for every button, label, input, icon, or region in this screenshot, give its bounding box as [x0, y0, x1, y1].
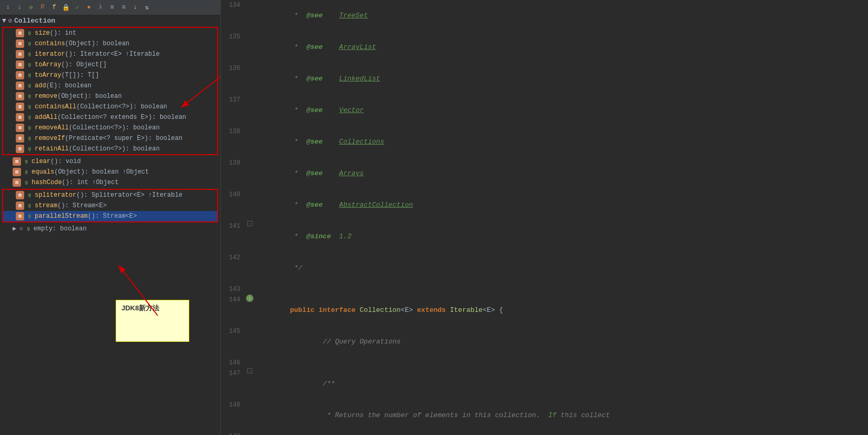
circle-icon[interactable]: ●	[84, 3, 94, 12]
line-content-136: * @see LinkedList	[255, 63, 868, 95]
tree-item-containsall[interactable]: m g containsAll(Collection<?>): boolean	[3, 102, 217, 112]
item-label: retainAll(Collection<?>): boolean	[35, 145, 160, 153]
toolbar: ↕ ↓ ⊕ P f 🔒 ✓ ● λ ≡ ≡ ↓ ⇅	[0, 0, 220, 15]
item-label: removeAll(Collection<?>): boolean	[35, 124, 160, 131]
item-label: stream(): Stream<E>	[35, 202, 107, 209]
item-label: containsAll(Collection<?>): boolean	[35, 103, 167, 110]
method-icon: m	[13, 157, 21, 166]
item-label: hashCode(): int ↑Object	[32, 179, 119, 186]
access-icon: g	[26, 114, 33, 120]
code-line-141: 141 - * @since 1.2	[221, 221, 868, 252]
method-icon: m	[16, 124, 24, 132]
tree-item-clear[interactable]: m g clear(): void	[0, 156, 220, 167]
basic-methods-box: m g size(): int m g contains(Object): bo…	[2, 27, 218, 155]
tree-item-toarray-t[interactable]: m g toArray(T[]): T[]	[3, 70, 217, 80]
expand-icon[interactable]: ⊕	[26, 3, 36, 12]
code-line-144: 144 ↓ public interface Collection<E> ext…	[221, 295, 868, 326]
code-line-136: 136 * @see LinkedList	[221, 63, 868, 95]
item-label: iterator(): Iterator<E> ↑Iterable	[35, 50, 160, 58]
item-label: empty: boolean	[34, 225, 87, 232]
code-line-138: 138 * @see Collections	[221, 126, 868, 158]
tree-root[interactable]: ▼ ⊙ Collection	[0, 16, 220, 26]
root-label: Collection	[14, 17, 55, 25]
line-num-135: 135	[221, 32, 244, 42]
root-icon: ⊙	[8, 17, 12, 25]
tree-item-iterator[interactable]: m g iterator(): Iterator<E> ↑Iterable	[3, 49, 217, 59]
code-line-137: 137 * @see Vector	[221, 95, 868, 126]
line-content-137: * @see Vector	[255, 95, 868, 126]
line-content-145: // Query Operations	[255, 326, 868, 358]
tree-item-remove[interactable]: m g remove(Object): boolean	[3, 91, 217, 102]
method-icon: m	[13, 168, 21, 176]
line-num-148: 148	[221, 400, 244, 410]
lambda-icon[interactable]: λ	[96, 3, 105, 12]
tree-expand-icon[interactable]: ▼	[2, 17, 6, 25]
method-icon: m	[16, 113, 24, 122]
expand-arrow: ▶	[13, 225, 16, 232]
line-num-134: 134	[221, 0, 244, 11]
download-icon[interactable]: ↓	[130, 3, 140, 12]
item-label: clear(): void	[32, 158, 81, 165]
f-icon[interactable]: f	[49, 3, 59, 12]
line-content-144: public interface Collection<E> extends I…	[255, 295, 868, 326]
menu1-icon[interactable]: ≡	[107, 3, 117, 12]
p-icon[interactable]: P	[38, 3, 47, 12]
item-label: equals(Object): boolean ↑Object	[32, 168, 149, 176]
line-num-137: 137	[221, 95, 244, 105]
lock-icon[interactable]: 🔒	[61, 3, 70, 12]
line-content-134: * @see TreeSet	[255, 0, 868, 32]
item-label: add(E): boolean	[35, 82, 91, 89]
tree-item-equals[interactable]: m g equals(Object): boolean ↑Object	[0, 167, 220, 177]
method-icon: m	[16, 212, 24, 220]
jdk8-methods-label: JDK8新方法	[121, 304, 159, 312]
fold-icon-147[interactable]: -	[247, 368, 252, 373]
tree-item-add[interactable]: m g add(E): boolean	[3, 80, 217, 91]
access-icon: g	[26, 72, 33, 78]
access-icon: g	[26, 146, 33, 152]
access-icon: g	[26, 83, 33, 89]
tree-item-size[interactable]: m g size(): int	[3, 28, 217, 38]
item-label: remove(Object): boolean	[35, 93, 122, 100]
fold-icon-141[interactable]: -	[247, 221, 252, 226]
line-num-143: 143	[221, 284, 244, 295]
line-num-145: 145	[221, 326, 244, 337]
tree-item-stream[interactable]: m g stream(): Stream<E>	[3, 200, 217, 211]
menu2-icon[interactable]: ≡	[119, 3, 128, 12]
tree-item-removeall[interactable]: m g removeAll(Collection<?>): boolean	[3, 123, 217, 133]
tree-area: ▼ ⊙ Collection m g size(): int m g conta…	[0, 15, 220, 435]
code-line-149: 149 * contains more than <tt>Integer.MAX…	[221, 431, 868, 435]
sort-alpha-icon[interactable]: ↓	[15, 3, 24, 12]
access-icon: g	[26, 30, 33, 36]
access-icon: g	[26, 213, 33, 219]
item-label: removeIf(Predicate<? super E>): boolean	[35, 135, 182, 142]
tree-item-spliterator[interactable]: m g spliterator(): Spliterator<E> ↑Itera…	[3, 190, 217, 200]
method-icon: m	[16, 201, 24, 210]
tree-item-retainall[interactable]: m g retainAll(Collection<?>): boolean	[3, 144, 217, 154]
sort-icon[interactable]: ↕	[3, 3, 13, 12]
line-content-141: * @since 1.2	[255, 221, 868, 252]
access-icon: g	[26, 203, 33, 209]
jdk8-methods-box: m g spliterator(): Spliterator<E> ↑Itera…	[2, 189, 218, 222]
code-line-147: 147 - /**	[221, 368, 868, 400]
tree-item-removeif[interactable]: m g removeIf(Predicate<? super E>): bool…	[3, 133, 217, 144]
tree-item-empty[interactable]: ▶ ⊙ g empty: boolean	[0, 224, 220, 234]
method-icon: m	[16, 134, 24, 143]
check-icon[interactable]: ✓	[73, 3, 82, 12]
tree-item-addall[interactable]: m g addAll(Collection<? extends E>): boo…	[3, 112, 217, 123]
line-num-139: 139	[221, 158, 244, 168]
tree-item-contains[interactable]: m g contains(Object): boolean	[3, 38, 217, 49]
access-icon: g	[23, 179, 29, 186]
updown-icon[interactable]: ⇅	[142, 3, 151, 12]
code-area[interactable]: 134 * @see TreeSet 135 * @see ArrayList …	[221, 0, 868, 435]
tree-item-toarray[interactable]: m g toArray(): Object[]	[3, 59, 217, 70]
method-icon: m	[16, 191, 24, 199]
right-panel: 134 * @see TreeSet 135 * @see ArrayList …	[221, 0, 868, 435]
item-label: addAll(Collection<? extends E>): boolean	[35, 114, 186, 121]
code-line-148: 148 * Returns the number of elements in …	[221, 400, 868, 431]
access-icon: g	[26, 51, 33, 57]
gutter-144: ↓	[244, 295, 255, 302]
tree-item-hashcode[interactable]: m g hashCode(): int ↑Object	[0, 177, 220, 188]
line-num-144: 144	[221, 295, 244, 305]
method-icon: m	[16, 71, 24, 79]
tree-item-parallelstream[interactable]: m g parallelStream(): Stream<E>	[3, 211, 217, 221]
